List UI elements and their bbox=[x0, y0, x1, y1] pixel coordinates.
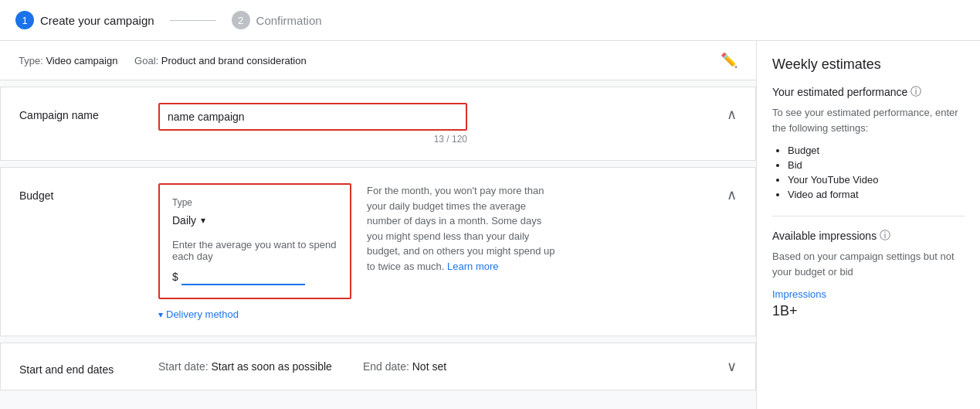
estimated-performance-info-icon[interactable]: ⓘ bbox=[910, 85, 921, 99]
campaign-name-label: Campaign name bbox=[19, 103, 127, 121]
dates-section: Start and end dates Start date: Start as… bbox=[1, 343, 755, 390]
left-content: Type: Video campaign Goal: Product and b… bbox=[0, 41, 756, 409]
edit-icon[interactable]: ✏️ bbox=[721, 52, 738, 69]
budget-select-text: Daily bbox=[172, 214, 196, 227]
dollar-sign: $ bbox=[172, 271, 178, 283]
step-1-circle: 1 bbox=[15, 11, 34, 29]
step-line bbox=[170, 20, 216, 21]
budget-description: For the month, you won't pay more than y… bbox=[367, 183, 560, 274]
step-2-label: Confirmation bbox=[256, 14, 322, 27]
step-1-label: Create your campaign bbox=[40, 14, 154, 27]
performance-item: Video ad format bbox=[788, 189, 965, 200]
end-date-label: End date: bbox=[363, 360, 409, 373]
budget-input-label: Enter the average you want to spend each… bbox=[172, 239, 337, 262]
start-date-info: Start date: Start as soon as possible bbox=[158, 360, 332, 373]
performance-item: Budget bbox=[788, 145, 965, 156]
campaign-info-text: Type: Video campaign Goal: Product and b… bbox=[19, 55, 307, 66]
budget-controls: Type Daily ▾ Enter the average you want … bbox=[158, 183, 351, 320]
delivery-method[interactable]: ▾ Delivery method bbox=[158, 308, 351, 320]
end-date-info: End date: Not set bbox=[363, 360, 446, 373]
start-date-label: Start date: bbox=[158, 360, 209, 373]
dates-card: Start and end dates Start date: Start as… bbox=[0, 343, 756, 390]
step-connector bbox=[170, 20, 216, 21]
type-label: Type: bbox=[19, 55, 43, 66]
dropdown-arrow-icon: ▾ bbox=[201, 215, 205, 226]
campaign-info-bar: Type: Video campaign Goal: Product and b… bbox=[0, 41, 756, 80]
budget-inner: Type Daily ▾ Enter the average you want … bbox=[158, 183, 560, 320]
budget-label: Budget bbox=[19, 183, 127, 202]
budget-input-row: $ bbox=[172, 268, 337, 285]
budget-select-row[interactable]: Daily ▾ bbox=[172, 214, 337, 227]
goal-label: Goal: bbox=[134, 55, 158, 66]
learn-more-link[interactable]: Learn more bbox=[447, 261, 498, 272]
available-impressions-info-icon[interactable]: ⓘ bbox=[880, 229, 890, 243]
end-date-value: Not set bbox=[412, 360, 446, 373]
budget-section: Budget Type Daily ▾ Enter the average yo… bbox=[1, 168, 755, 336]
campaign-name-card: Campaign name 13 / 120 ∧ bbox=[0, 87, 756, 161]
budget-collapse-icon[interactable]: ∧ bbox=[727, 186, 737, 203]
budget-type-label: Type bbox=[172, 197, 337, 208]
performance-item: Bid bbox=[788, 159, 965, 171]
dates-expand-icon[interactable]: ∨ bbox=[727, 358, 737, 375]
impressions-value: 1B+ bbox=[772, 303, 965, 319]
budget-description-text: For the month, you won't pay more than y… bbox=[367, 185, 555, 272]
performance-item: Your YouTube Video bbox=[788, 174, 965, 186]
campaign-name-input[interactable] bbox=[158, 103, 467, 131]
main-layout: Type: Video campaign Goal: Product and b… bbox=[0, 41, 980, 409]
delivery-method-label: Delivery method bbox=[166, 308, 239, 320]
campaign-name-input-wrapper: 13 / 120 bbox=[158, 103, 467, 145]
performance-items-list: BudgetBidYour YouTube VideoVideo ad form… bbox=[772, 145, 965, 200]
right-sidebar: Weekly estimates Your estimated performa… bbox=[756, 41, 980, 409]
budget-box: Type Daily ▾ Enter the average you want … bbox=[158, 183, 351, 299]
dates-info: Start date: Start as soon as possible En… bbox=[158, 360, 737, 373]
goal-value: Product and brand consideration bbox=[161, 55, 307, 66]
delivery-method-arrow-icon: ▾ bbox=[158, 309, 163, 320]
estimated-performance-title: Your estimated performance ⓘ bbox=[772, 85, 965, 99]
sidebar-divider bbox=[772, 216, 965, 216]
available-impressions-title: Available impressions ⓘ bbox=[772, 229, 965, 243]
step-2-circle: 2 bbox=[232, 11, 250, 29]
collapse-icon[interactable]: ∧ bbox=[727, 106, 737, 123]
budget-main-area: Type Daily ▾ Enter the average you want … bbox=[158, 183, 560, 320]
step-2: 2 Confirmation bbox=[232, 11, 322, 29]
sidebar-title: Weekly estimates bbox=[772, 56, 965, 73]
start-date-value: Start as soon as possible bbox=[211, 360, 331, 373]
available-impressions-desc: Based on your campaign settings but not … bbox=[772, 249, 965, 279]
step-1: 1 Create your campaign bbox=[15, 11, 154, 29]
char-count: 13 / 120 bbox=[158, 134, 467, 145]
impressions-label: Impressions bbox=[772, 288, 965, 300]
dates-label: Start and end dates bbox=[19, 357, 127, 376]
type-value: Video campaign bbox=[46, 55, 117, 66]
top-header: 1 Create your campaign 2 Confirmation bbox=[0, 0, 980, 41]
estimated-performance-desc: To see your estimated performance, enter… bbox=[772, 105, 965, 135]
campaign-name-section: Campaign name 13 / 120 ∧ bbox=[1, 87, 755, 160]
budget-card: Budget Type Daily ▾ Enter the average yo… bbox=[0, 167, 756, 336]
budget-amount-input[interactable] bbox=[181, 268, 305, 285]
